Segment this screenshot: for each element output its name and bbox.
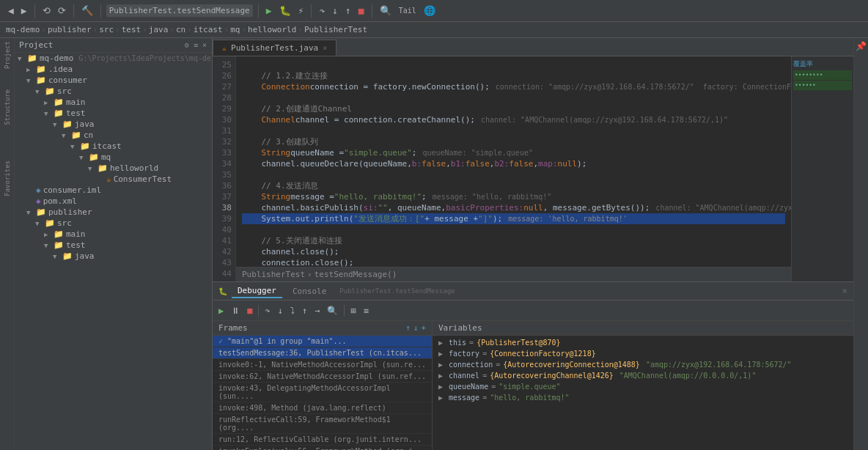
run-config-selector[interactable]: PublisherTest.testSendMessage — [106, 4, 253, 17]
frame-main[interactable]: ✓ "main"@1 in group "main"... — [213, 336, 432, 347]
toolbar-separator6 — [372, 4, 372, 18]
resume-btn[interactable]: ▶ — [216, 304, 227, 317]
var-channel-arrow[interactable]: ▶ — [438, 372, 446, 380]
tree-arrow: ▼ — [53, 121, 60, 128]
annotation-header: 覆盖率 — [793, 59, 852, 69]
breadcrumb-mq[interactable]: mq — [230, 25, 240, 34]
tab-publishertest[interactable]: ☕ PublisherTest.java × — [213, 40, 336, 56]
right-pin-icon[interactable]: 📌 — [856, 41, 867, 51]
frame-invokeexplosively[interactable]: invokeExplosively:56, FrameworkMethod (o… — [213, 446, 432, 450]
breadcrumb-test[interactable]: test — [122, 25, 141, 34]
tree-consumer[interactable]: ▼ 📁 consumer — [15, 75, 212, 86]
tree-consumer-src[interactable]: ▼ 📁 src — [15, 86, 212, 97]
tab-console[interactable]: Console — [287, 285, 332, 298]
tree-publisher-src[interactable]: ▼ 📁 src — [15, 218, 212, 229]
frames-down-icon[interactable]: ↓ — [413, 323, 419, 333]
tree-publisher-test[interactable]: ▼ 📁 test — [15, 240, 212, 251]
frame-invoke498[interactable]: invoke:498, Method (java.lang.reflect) — [213, 402, 432, 414]
code-editor[interactable]: 25 26 27 28 29 30 31 32 33 34 35 36 37 3… — [213, 56, 853, 281]
run-icon[interactable]: ▶ — [264, 4, 274, 18]
build-icon[interactable]: 🔨 — [79, 4, 95, 18]
var-connection-arrow[interactable]: ▶ — [438, 361, 446, 369]
code-line-38: channel.basicPublish( si: "" , queueName… — [242, 202, 785, 213]
frames-add-icon[interactable]: + — [421, 323, 426, 333]
back-icon[interactable]: ◀ — [6, 4, 16, 18]
frame-invoke43[interactable]: invoke:43, DelegatingMethodAccessorImpl … — [213, 383, 432, 402]
tree-consumer-cn[interactable]: ▼ 📁 cn — [15, 130, 212, 141]
frame-run12[interactable]: run:12, ReflectivCallable (org.junit.int… — [213, 434, 432, 446]
param-map: map: — [538, 158, 558, 169]
tab-close-button[interactable]: × — [323, 44, 327, 52]
sync-icon[interactable]: ⟳ — [56, 4, 68, 18]
revert-icon[interactable]: ⟲ — [40, 4, 53, 18]
forward-icon[interactable]: ▶ — [19, 4, 29, 18]
translate-icon[interactable]: 🌐 — [422, 4, 438, 18]
debug-close-icon[interactable]: × — [842, 286, 847, 296]
tab-debugger[interactable]: Debugger — [232, 284, 282, 298]
frame-invoke0[interactable]: invoke0:-1, NativeMethodAccessorImpl (su… — [213, 359, 432, 371]
breadcrumb-src[interactable]: src — [99, 25, 114, 34]
comma1: , — [446, 158, 451, 169]
param-si: si: — [364, 202, 378, 213]
tree-publisher-main[interactable]: ▶ 📁 main — [15, 229, 212, 240]
favorites-tab[interactable]: Favorites — [4, 161, 11, 196]
code-area[interactable]: // 1.2.建立连接 Connection connection = fact… — [236, 56, 791, 281]
frames-btn[interactable]: ⊞ — [347, 304, 358, 317]
tree-consumer-itcast[interactable]: ▼ 📁 itcast — [15, 141, 212, 152]
step-into-btn[interactable]: ↓ — [275, 304, 286, 317]
breadcrumb-publisher[interactable]: publisher — [48, 25, 92, 34]
var-connection-hint: "amqp://zyx@192.168.64.178:5672/" — [646, 361, 792, 369]
step-into-icon[interactable]: ↓ — [330, 4, 340, 18]
var-this-arrow[interactable]: ▶ — [438, 339, 446, 347]
breadcrumb-java[interactable]: java — [149, 25, 169, 34]
tree-publisher-java[interactable]: ▼ 📁 java — [15, 251, 212, 262]
breadcrumb-mq-demo[interactable]: mq-demo — [6, 25, 40, 34]
step-over-btn[interactable]: ↷ — [262, 304, 273, 317]
project-tab[interactable]: Project — [4, 41, 11, 69]
frames-up-icon[interactable]: ↑ — [405, 323, 411, 333]
tree-consumertest[interactable]: ☕ ConsumerTest — [15, 174, 212, 185]
code-line-34: channel.queueDeclare(queueName, b: false… — [242, 158, 785, 169]
step-over-icon[interactable]: ↷ — [317, 4, 327, 18]
search-icon[interactable]: 🔍 — [378, 4, 394, 18]
evaluate-btn[interactable]: 🔍 — [324, 304, 341, 317]
param-basicprops: basicProperties: — [446, 202, 523, 213]
tree-consumer-test[interactable]: ▼ 📁 test — [15, 108, 212, 119]
variables-btn[interactable]: ≡ — [361, 304, 372, 317]
tree-consumer-mq[interactable]: ▼ 📁 mq — [15, 152, 212, 163]
step-out-btn[interactable]: ↑ — [299, 304, 310, 317]
frame-invoke62[interactable]: invoke:62, NativeMethodAccessorImpl (sun… — [213, 371, 432, 383]
tree-consumer-helloworld[interactable]: ▼ 📁 helloworld — [15, 163, 212, 174]
breadcrumb-publishertest[interactable]: PublisherTest — [304, 25, 367, 34]
frame-runreflective[interactable]: runReflectiveCall:59, FrameworkMethod$1 … — [213, 414, 432, 434]
stop-btn[interactable]: ■ — [244, 304, 255, 317]
publisher-folder-icon: 📁 — [36, 207, 46, 217]
tree-consumer-main[interactable]: ▶ 📁 main — [15, 97, 212, 108]
tree-consumer-iml[interactable]: ◈ consumer.iml — [15, 185, 212, 196]
breadcrumb-cn[interactable]: cn — [176, 25, 185, 34]
breadcrumb-itcast[interactable]: itcast — [194, 25, 223, 34]
project-layout-icon[interactable]: ≡ — [193, 40, 199, 50]
settings-icon[interactable]: Tail — [397, 5, 419, 16]
coverage-icon[interactable]: ⚡ — [296, 4, 306, 18]
step-out-icon[interactable]: ↑ — [343, 4, 353, 18]
run-to-cursor-btn[interactable]: → — [312, 304, 323, 317]
tree-root[interactable]: ▼ 📁 mq-demo G:\Projects\IdeaProjects\mq-… — [15, 53, 212, 64]
var-message-arrow[interactable]: ▶ — [438, 394, 446, 402]
var-queuename-arrow[interactable]: ▶ — [438, 383, 446, 391]
debug-icon[interactable]: 🐛 — [277, 4, 293, 18]
tree-pom[interactable]: ◈ pom.xml — [15, 196, 212, 207]
pause-btn[interactable]: ⏸ — [228, 304, 243, 317]
var-factory-arrow[interactable]: ▶ — [438, 350, 446, 358]
breadcrumb-helloworld[interactable]: helloworld — [248, 25, 296, 34]
tree-publisher[interactable]: ▼ 📁 publisher — [15, 207, 212, 218]
line-29: 29 — [213, 103, 235, 114]
tree-consumer-java[interactable]: ▼ 📁 java — [15, 119, 212, 130]
tree-idea[interactable]: ▶ 📁 .idea — [15, 64, 212, 75]
project-close-icon[interactable]: × — [202, 40, 207, 50]
project-settings-icon[interactable]: ⚙ — [184, 40, 190, 50]
structure-tab[interactable]: Structure — [4, 89, 11, 125]
frame-testSendMessage[interactable]: testSendMessage:36, PublisherTest (cn.it… — [213, 347, 432, 359]
stop-icon[interactable]: ■ — [356, 4, 367, 18]
step-into-method-btn[interactable]: ⤵ — [287, 304, 298, 317]
